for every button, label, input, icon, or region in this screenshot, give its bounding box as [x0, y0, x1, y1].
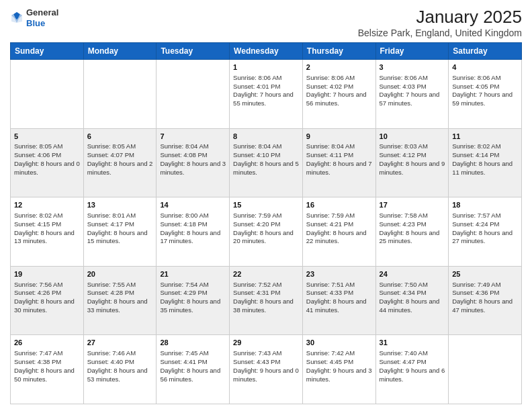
table-row: 26Sunrise: 7:47 AMSunset: 4:38 PMDayligh… [11, 335, 84, 404]
day-info: Daylight: 7 hours and 59 minutes. [452, 91, 518, 108]
day-info: Sunrise: 8:04 AM [306, 142, 372, 151]
day-info: Sunrise: 7:54 AM [160, 281, 226, 289]
header-friday: Friday [375, 43, 449, 60]
table-row: 24Sunrise: 7:50 AMSunset: 4:34 PMDayligh… [375, 266, 449, 335]
table-row: 5Sunrise: 8:05 AMSunset: 4:06 PMDaylight… [11, 128, 84, 197]
day-info: Sunset: 4:43 PM [233, 358, 299, 367]
day-info: Sunrise: 7:49 AM [452, 281, 518, 289]
table-row: 30Sunrise: 7:42 AMSunset: 4:45 PMDayligh… [302, 335, 375, 404]
day-info: Sunset: 4:06 PM [14, 151, 80, 160]
day-info: Sunrise: 7:40 AM [380, 349, 445, 358]
day-info: Sunset: 4:38 PM [14, 358, 80, 367]
header: General Blue January 2025 Belsize Park, … [10, 7, 522, 38]
day-info: Sunset: 4:15 PM [14, 220, 80, 229]
day-number: 5 [14, 132, 80, 142]
table-row: 22Sunrise: 7:52 AMSunset: 4:31 PMDayligh… [230, 266, 303, 335]
day-number: 12 [14, 200, 80, 210]
day-number: 20 [87, 269, 153, 279]
day-number: 25 [452, 269, 518, 279]
day-info: Sunrise: 7:58 AM [380, 212, 445, 220]
page: General Blue January 2025 Belsize Park, … [0, 0, 532, 411]
day-info: Daylight: 8 hours and 17 minutes. [160, 229, 226, 246]
day-info: Sunrise: 8:02 AM [14, 212, 80, 220]
day-info: Sunset: 4:20 PM [233, 220, 299, 229]
day-number: 19 [14, 269, 80, 279]
day-number: 4 [452, 62, 518, 73]
table-row: 11Sunrise: 8:02 AMSunset: 4:14 PMDayligh… [449, 128, 522, 197]
day-info: Sunset: 4:24 PM [452, 220, 518, 229]
day-number: 31 [380, 338, 445, 348]
logo-text-block: General Blue [26, 7, 58, 28]
header-thursday: Thursday [302, 43, 375, 60]
day-info: Sunrise: 7:51 AM [306, 281, 372, 289]
day-info: Sunset: 4:02 PM [306, 83, 372, 91]
day-info: Sunrise: 7:57 AM [452, 212, 518, 220]
day-info: Daylight: 8 hours and 3 minutes. [160, 160, 226, 177]
day-number: 18 [452, 200, 518, 210]
calendar-week-row: 19Sunrise: 7:56 AMSunset: 4:26 PMDayligh… [11, 266, 522, 335]
logo-icon [10, 11, 24, 24]
calendar-week-row: 26Sunrise: 7:47 AMSunset: 4:38 PMDayligh… [11, 335, 522, 404]
table-row: 29Sunrise: 7:43 AMSunset: 4:43 PMDayligh… [230, 335, 303, 404]
day-info: Sunrise: 7:42 AM [306, 349, 372, 358]
day-info: Daylight: 8 hours and 35 minutes. [160, 298, 226, 315]
day-info: Sunset: 4:40 PM [87, 358, 153, 367]
table-row: 15Sunrise: 7:59 AMSunset: 4:20 PMDayligh… [230, 197, 303, 267]
day-info: Sunset: 4:29 PM [160, 289, 226, 298]
day-number: 14 [160, 200, 226, 210]
table-row: 21Sunrise: 7:54 AMSunset: 4:29 PMDayligh… [157, 266, 230, 335]
table-row: 25Sunrise: 7:49 AMSunset: 4:36 PMDayligh… [449, 266, 522, 335]
day-info: Daylight: 9 hours and 6 minutes. [380, 367, 445, 384]
day-info: Sunset: 4:36 PM [452, 289, 518, 298]
calendar-week-row: 1Sunrise: 8:06 AMSunset: 4:01 PMDaylight… [11, 60, 522, 129]
day-info: Sunrise: 8:05 AM [87, 142, 153, 151]
day-info: Sunset: 4:47 PM [380, 358, 445, 367]
day-info: Sunrise: 8:03 AM [380, 142, 445, 151]
day-info: Sunset: 4:33 PM [306, 289, 372, 298]
day-info: Sunset: 4:28 PM [87, 289, 153, 298]
table-row: 17Sunrise: 7:58 AMSunset: 4:23 PMDayligh… [375, 197, 449, 267]
day-info: Sunset: 4:26 PM [14, 289, 80, 298]
table-row: 23Sunrise: 7:51 AMSunset: 4:33 PMDayligh… [302, 266, 375, 335]
day-info: Daylight: 8 hours and 15 minutes. [87, 229, 153, 246]
logo-blue: Blue [26, 18, 45, 28]
day-info: Sunrise: 8:00 AM [160, 212, 226, 220]
calendar-week-row: 5Sunrise: 8:05 AMSunset: 4:06 PMDaylight… [11, 128, 522, 197]
day-info: Daylight: 8 hours and 56 minutes. [160, 367, 226, 384]
day-info: Sunrise: 8:02 AM [452, 142, 518, 151]
day-info: Daylight: 8 hours and 50 minutes. [14, 367, 80, 384]
calendar-title: January 2025 [358, 7, 522, 28]
day-info: Daylight: 9 hours and 3 minutes. [306, 367, 372, 384]
day-info: Sunset: 4:34 PM [380, 289, 445, 298]
day-info: Daylight: 7 hours and 56 minutes. [306, 91, 372, 108]
day-info: Daylight: 8 hours and 44 minutes. [380, 298, 445, 315]
day-info: Daylight: 8 hours and 33 minutes. [87, 298, 153, 315]
day-info: Daylight: 9 hours and 0 minutes. [233, 367, 299, 384]
day-number: 23 [306, 269, 372, 279]
table-row: 18Sunrise: 7:57 AMSunset: 4:24 PMDayligh… [449, 197, 522, 267]
day-info: Daylight: 8 hours and 2 minutes. [87, 160, 153, 177]
day-info: Daylight: 8 hours and 0 minutes. [14, 160, 80, 177]
day-info: Sunrise: 7:45 AM [160, 349, 226, 358]
day-number: 8 [233, 132, 299, 142]
day-info: Sunset: 4:01 PM [233, 83, 299, 91]
table-row: 31Sunrise: 7:40 AMSunset: 4:47 PMDayligh… [375, 335, 449, 404]
day-info: Sunset: 4:08 PM [160, 151, 226, 160]
day-number: 6 [87, 132, 153, 142]
day-number: 2 [306, 62, 372, 73]
day-info: Sunset: 4:23 PM [380, 220, 445, 229]
day-info: Sunrise: 7:52 AM [233, 281, 299, 289]
day-number: 7 [160, 132, 226, 142]
day-info: Daylight: 8 hours and 27 minutes. [452, 229, 518, 246]
day-info: Sunset: 4:11 PM [306, 151, 372, 160]
table-row [449, 335, 522, 404]
day-info: Daylight: 8 hours and 38 minutes. [233, 298, 299, 315]
day-info: Sunrise: 8:04 AM [160, 142, 226, 151]
table-row: 2Sunrise: 8:06 AMSunset: 4:02 PMDaylight… [302, 60, 375, 129]
day-info: Daylight: 8 hours and 7 minutes. [306, 160, 372, 177]
day-number: 22 [233, 269, 299, 279]
table-row: 7Sunrise: 8:04 AMSunset: 4:08 PMDaylight… [157, 128, 230, 197]
header-saturday: Saturday [449, 43, 522, 60]
day-info: Sunrise: 7:46 AM [87, 349, 153, 358]
day-info: Sunrise: 8:06 AM [380, 74, 445, 83]
